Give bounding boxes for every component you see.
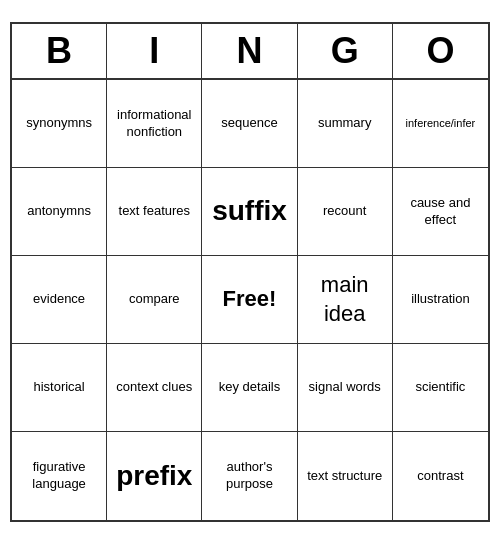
bingo-cell: Free!: [202, 256, 297, 344]
bingo-cell: sequence: [202, 80, 297, 168]
bingo-cell: antonymns: [12, 168, 107, 256]
bingo-letter: G: [298, 24, 393, 78]
bingo-cell: context clues: [107, 344, 202, 432]
bingo-cell: prefix: [107, 432, 202, 520]
bingo-cell: illustration: [393, 256, 488, 344]
bingo-cell: synonymns: [12, 80, 107, 168]
bingo-letter: I: [107, 24, 202, 78]
bingo-cell: author's purpose: [202, 432, 297, 520]
bingo-cell: main idea: [298, 256, 393, 344]
bingo-cell: key details: [202, 344, 297, 432]
bingo-cell: evidence: [12, 256, 107, 344]
bingo-cell: inference/infer: [393, 80, 488, 168]
bingo-cell: signal words: [298, 344, 393, 432]
bingo-cell: recount: [298, 168, 393, 256]
bingo-letter: B: [12, 24, 107, 78]
bingo-cell: historical: [12, 344, 107, 432]
bingo-cell: contrast: [393, 432, 488, 520]
bingo-header: BINGO: [12, 24, 488, 80]
bingo-cell: summary: [298, 80, 393, 168]
bingo-letter: N: [202, 24, 297, 78]
bingo-cell: compare: [107, 256, 202, 344]
bingo-grid: synonymnsinformational nonfictionsequenc…: [12, 80, 488, 520]
bingo-letter: O: [393, 24, 488, 78]
bingo-cell: text structure: [298, 432, 393, 520]
bingo-cell: scientific: [393, 344, 488, 432]
bingo-cell: cause and effect: [393, 168, 488, 256]
bingo-cell: suffix: [202, 168, 297, 256]
bingo-card: BINGO synonymnsinformational nonfictions…: [10, 22, 490, 522]
bingo-cell: text features: [107, 168, 202, 256]
bingo-cell: informational nonfiction: [107, 80, 202, 168]
bingo-cell: figurative language: [12, 432, 107, 520]
